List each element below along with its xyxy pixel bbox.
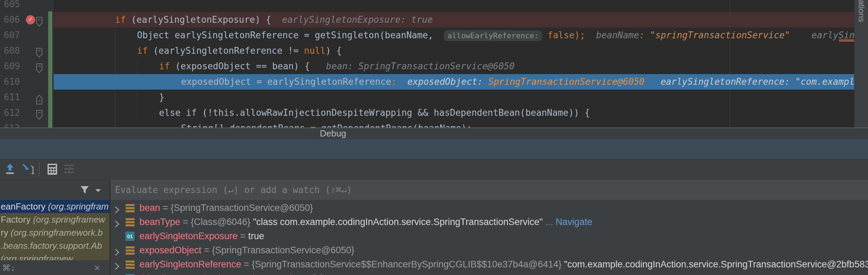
variable-value: false [313,273,332,275]
variable-name: bean [139,203,160,213]
code-segment: allowEarlyReference: [444,30,542,41]
frame-row[interactable]: eanFactory (org.springfram [0,200,109,213]
fold-marker-icon[interactable] [35,110,43,120]
frame-class: Factory [1,214,33,225]
evaluate-expression-icon[interactable] [47,163,57,175]
trace-stream-icon[interactable] [64,163,75,175]
frame-package: .beans.factory.support.Ab [1,241,102,251]
line-number[interactable]: 607 [0,28,20,43]
code-segment: (exposedObject == bean) { [170,61,310,71]
variable-name: earlySingletonReference [139,259,241,269]
variable-text: beanType = {Class@6046} "class com.examp… [139,215,592,229]
frame-row[interactable]: (org.springframew [0,252,109,260]
object-variable-icon [126,218,135,226]
frame-row[interactable]: ry (org.springframework.b [0,226,109,239]
equals-sign: = [160,203,171,213]
navigate-shortcut-hint: ⌘↓ [2,261,15,275]
chevron-down-icon[interactable] [94,188,102,193]
variable-text: bean = {SpringTransactionService@6050} [139,201,313,215]
frame-row[interactable]: .beans.factory.support.Ab [0,239,109,252]
variable-text: earlySingletonReference = {SpringTransac… [139,257,868,272]
line-number[interactable]: 613 [0,121,20,128]
variable-row[interactable]: 01earlySingletonExposure = true [110,229,868,243]
fold-marker-icon[interactable] [35,63,43,74]
line-number[interactable]: 609 [0,59,20,74]
close-icon[interactable]: ✕ [94,261,100,275]
line-number[interactable]: 605 [0,0,20,12]
variable-name: beanType [139,217,180,227]
frame-row[interactable]: Factory (org.springframew [0,213,109,226]
code-segment: earlySingletonExposure: true [271,14,433,25]
code-segment: if [115,14,126,25]
filter-icon[interactable] [80,185,90,195]
code-segment: earlySingletonReference: "com.exampl [644,77,854,87]
notifications-stripe-label[interactable]: cations [857,0,866,22]
code-line[interactable]: } [159,90,165,105]
fold-marker-icon[interactable] [35,94,43,105]
line-number[interactable]: 608 [0,43,20,59]
step-out-icon[interactable] [5,163,15,175]
variable-text: earlySingletonExposure = true [139,229,264,243]
equals-sign: = [241,259,252,269]
code-segment [542,30,548,40]
truncated-hint-marker [839,39,854,42]
variable-value: "class com.example.codingInAction.servic… [253,217,546,227]
line-number[interactable]: 610 [0,74,20,90]
code-line[interactable]: if (earlySingletonReference != null) { [137,43,342,59]
code-line[interactable]: Object earlySingletonReference = getSing… [137,28,868,43]
tab-debug[interactable]: Debug [318,128,348,139]
code-segment: Object earlySingletonReference = getSing… [137,30,433,40]
code-segment: beanName: [585,30,650,40]
code-segment [433,30,444,40]
debug-tool-window-bar [0,128,868,139]
frame-package: (org.springframework.b [11,227,103,238]
code-segment: else if (!this.allowRawInjectionDespiteW… [159,108,590,118]
variable-text: this.allowRawInjectionDespiteWrapping = … [139,272,332,275]
equals-sign: = [237,231,248,241]
variable-row[interactable]: beanType = {Class@6046} "class com.examp… [110,215,868,229]
frames-filter-row [0,180,109,200]
debugger-toolbar [0,159,868,180]
breakpoint-icon[interactable]: ✓ [26,15,35,24]
variable-row[interactable]: 01this.allowRawInjectionDespiteWrapping … [110,272,868,275]
equals-sign: = [201,245,212,255]
code-line[interactable]: String[] dependentBeans = getDependentBe… [181,121,472,128]
notifications-stripe[interactable]: cations [854,0,868,128]
evaluate-expression-input[interactable]: Evaluate expression (↵) or add a watch (… [110,180,868,200]
variable-name: exposedObject [139,245,201,255]
code-segment: if [137,45,148,56]
code-segment: exposedObject = earlySingletonReference [181,77,391,87]
object-variable-icon [126,246,135,255]
variable-row[interactable]: exposedObject = {SpringTransactionServic… [110,243,868,257]
code-segment: bean: SpringTransactionService@6050 [310,61,515,71]
fold-marker-icon[interactable] [35,48,43,58]
line-number[interactable]: 611 [0,90,20,105]
code-line[interactable]: exposedObject = earlySingletonReference;… [181,74,855,90]
debug-window: 605606✓if (earlySingletonExposure) { ear… [0,0,868,275]
editor[interactable]: 605606✓if (earlySingletonExposure) { ear… [0,0,868,128]
variables-panel: bean = {SpringTransactionService@6050}be… [110,200,868,275]
navigate-link[interactable]: Navigate [555,217,592,227]
run-to-cursor-icon[interactable] [22,163,36,176]
frames-panel: eanFactory (org.springframFactory (org.s… [0,200,109,260]
code-line[interactable]: else if (!this.allowRawInjectionDespiteW… [159,105,590,121]
vcs-change-bar [48,11,52,128]
variable-value: {SpringTransactionService@6050} [212,245,354,255]
code-segment: null [304,45,326,56]
code-segment: if [159,61,170,71]
object-variable-icon [126,204,135,212]
line-number[interactable]: 612 [0,105,20,121]
variable-value: {Class@6046} [191,217,253,227]
code-segment: exposedObject: [396,77,488,87]
code-segment: "springTransactionService" [650,30,790,40]
code-line[interactable]: if (earlySingletonExposure) { earlySingl… [115,12,433,28]
variable-row[interactable]: earlySingletonReference = {SpringTransac… [110,257,868,272]
code-segment: ) { [326,45,342,56]
code-segment: String[] dependentBeans = getDependentBe… [181,123,472,128]
code-segment: SpringTransactionService@6050 [488,77,644,87]
variable-row[interactable]: bean = {SpringTransactionService@6050} [110,201,868,215]
line-number[interactable]: 606 [0,12,20,28]
fold-marker-icon[interactable] [35,17,43,27]
object-variable-icon [126,261,135,269]
code-line[interactable]: if (exposedObject == bean) { bean: Sprin… [159,59,515,74]
